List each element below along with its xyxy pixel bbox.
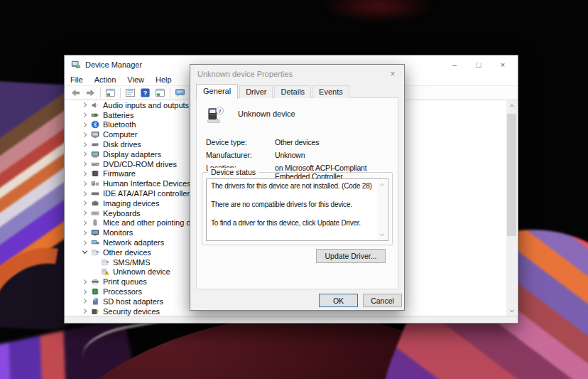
- scan-hardware-icon[interactable]: [173, 87, 187, 100]
- chevron-right-icon[interactable]: [82, 121, 91, 128]
- chevron-right-icon[interactable]: [82, 161, 91, 168]
- minimize-button[interactable]: –: [442, 55, 467, 74]
- toolbar-separator: [100, 87, 101, 98]
- chevron-right-icon[interactable]: [82, 239, 91, 246]
- device-status-text[interactable]: The drivers for this device are not inst…: [206, 178, 388, 241]
- tree-item-label: SMS/MMS: [113, 258, 151, 267]
- tree-item-label: Monitors: [103, 228, 133, 237]
- cancel-button[interactable]: Cancel: [363, 294, 402, 307]
- sd-card-icon: [91, 297, 100, 306]
- chevron-right-icon[interactable]: [82, 288, 91, 295]
- menu-view[interactable]: View: [121, 75, 150, 84]
- tree-item-label: SD host adapters: [103, 297, 163, 306]
- chevron-right-icon[interactable]: [82, 102, 91, 109]
- display-icon: [91, 150, 100, 159]
- unknown-device-icon: ?: [91, 248, 100, 257]
- menu-action[interactable]: Action: [89, 75, 122, 84]
- svg-text:?: ?: [218, 108, 222, 114]
- tab-driver[interactable]: Driver: [239, 85, 273, 98]
- scroll-down-icon: [379, 232, 385, 237]
- maximize-button[interactable]: □: [467, 55, 491, 74]
- dvd-icon: [91, 160, 100, 169]
- chevron-right-icon[interactable]: [82, 141, 91, 148]
- tab-strip: GeneralDriverDetailsEvents: [196, 85, 398, 98]
- chevron-right-icon[interactable]: [82, 278, 91, 285]
- tree-scrollbar[interactable]: [506, 100, 517, 316]
- computer-icon: [91, 130, 100, 139]
- chevron-right-icon[interactable]: [82, 170, 91, 177]
- toolbar-separator: [120, 87, 121, 98]
- toolbar-separator: [170, 87, 170, 98]
- tab-general[interactable]: General: [196, 84, 238, 99]
- field-row: Manufacturer:Unknown: [206, 151, 398, 159]
- window-title: Device Manager: [85, 60, 142, 69]
- dialog-titlebar[interactable]: Unknown device Properties ×: [190, 65, 404, 85]
- tree-item-label: Audio inputs and outputs: [103, 101, 189, 110]
- chevron-right-icon[interactable]: [82, 219, 91, 226]
- tree-item-label: Security devices: [103, 307, 160, 316]
- general-tab-page: ? Unknown device Device type:Other devic…: [196, 97, 398, 289]
- tree-item-label: Imaging devices: [103, 199, 160, 208]
- chevron-right-icon[interactable]: [82, 151, 91, 158]
- tab-events[interactable]: Events: [312, 85, 349, 98]
- tab-details[interactable]: Details: [274, 85, 311, 98]
- keyboard-icon: [91, 209, 100, 218]
- console-window-icon[interactable]: [153, 87, 168, 100]
- forward-arrow-icon[interactable]: [83, 87, 98, 100]
- unknown-device-icon: ?: [101, 258, 110, 267]
- properties-icon[interactable]: [123, 87, 138, 100]
- imaging-icon: [91, 199, 100, 208]
- tree-item-label: Firmware: [103, 169, 136, 178]
- svg-text:?: ?: [106, 260, 109, 265]
- firmware-icon: [91, 169, 100, 178]
- device-status-groupbox: Device status The drivers for this devic…: [202, 172, 393, 245]
- wallpaper-top-smudge: [323, 0, 433, 22]
- ok-button[interactable]: OK: [319, 294, 358, 307]
- menu-file[interactable]: File: [65, 75, 89, 84]
- status-line: To find a driver for this device, click …: [211, 219, 374, 228]
- status-bar: [65, 316, 518, 323]
- update-driver-button[interactable]: Update Driver...: [316, 249, 386, 263]
- dialog-title: Unknown device Properties: [197, 70, 293, 78]
- tree-item-label: Unknown device: [113, 267, 170, 276]
- field-row: Device type:Other devices: [206, 138, 398, 146]
- status-scrollbar[interactable]: [377, 180, 387, 240]
- unknown-device-large-icon: ?: [206, 105, 225, 127]
- chevron-right-icon[interactable]: [82, 308, 91, 315]
- device-header: ? Unknown device: [206, 105, 398, 127]
- desktop: Device Manager –□× FileActionViewHelp ? …: [0, 0, 588, 379]
- status-lines: The drivers for this device are not inst…: [211, 182, 374, 228]
- chevron-right-icon[interactable]: [82, 190, 91, 197]
- tree-item-label: Processors: [103, 287, 142, 296]
- tree-item-label: Batteries: [103, 111, 134, 119]
- tree-item-label: Other devices: [103, 248, 151, 257]
- menu-help[interactable]: Help: [150, 75, 178, 84]
- close-button[interactable]: ×: [491, 55, 515, 74]
- speaker-icon: [91, 101, 100, 110]
- scroll-up-icon[interactable]: [506, 100, 517, 111]
- tree-item-label: Human Interface Devices: [103, 179, 191, 188]
- tree-item-label: Keyboards: [103, 209, 141, 218]
- back-arrow-icon[interactable]: [68, 87, 83, 100]
- chevron-right-icon[interactable]: [82, 210, 91, 217]
- console-window-icon[interactable]: [103, 87, 118, 100]
- scrollbar-thumb[interactable]: [507, 114, 516, 236]
- chevron-right-icon[interactable]: [82, 131, 91, 138]
- dialog-close-button[interactable]: ×: [381, 65, 404, 83]
- battery-icon: [91, 111, 100, 119]
- tree-item-label: Network adapters: [103, 238, 164, 247]
- field-value: Unknown: [275, 151, 305, 159]
- chevron-right-icon[interactable]: [82, 180, 91, 187]
- chevron-right-icon[interactable]: [82, 229, 91, 236]
- scroll-down-icon[interactable]: [506, 305, 517, 316]
- monitor-icon: [91, 228, 100, 237]
- help-icon[interactable]: ?: [138, 87, 153, 100]
- chevron-right-icon[interactable]: [82, 298, 91, 305]
- chevron-down-icon[interactable]: [82, 249, 91, 256]
- chevron-right-icon[interactable]: [82, 200, 91, 207]
- processor-icon: [91, 287, 100, 296]
- field-label: Manufacturer:: [206, 151, 275, 159]
- chevron-right-icon[interactable]: [82, 112, 91, 119]
- svg-text:?: ?: [96, 250, 99, 255]
- mouse-icon: [91, 218, 100, 227]
